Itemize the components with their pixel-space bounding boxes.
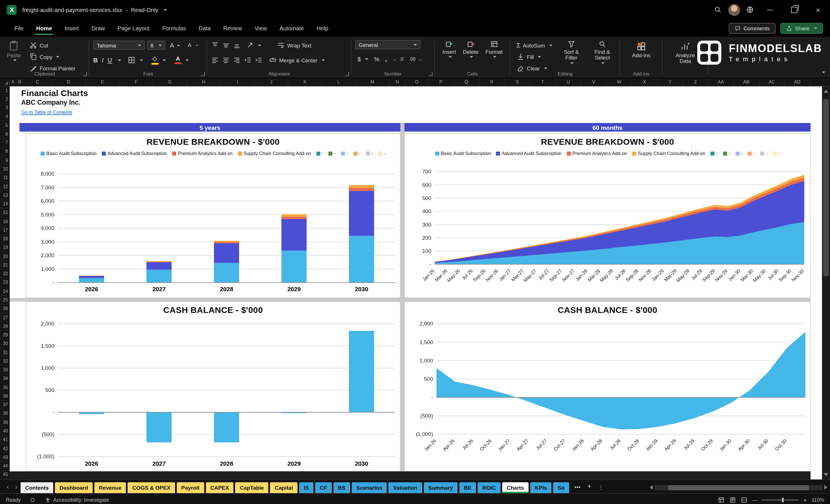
sheet-nav-left-button[interactable]: ‹ <box>3 483 12 493</box>
column-header-S[interactable]: S <box>505 78 530 86</box>
column-header-AA[interactable]: AA <box>708 78 734 86</box>
sheet-tab-cogs-opex[interactable]: COGS & OPEX <box>128 482 175 493</box>
vertical-scrollbar-thumb[interactable] <box>823 99 829 276</box>
table-of-contents-link[interactable]: Go to Table of Contents <box>21 109 72 115</box>
row-header-15[interactable]: 15 <box>0 209 10 217</box>
sheet-tab-summary[interactable]: Summary <box>423 482 458 493</box>
sheet-tab-roic[interactable]: ROIC <box>478 482 501 493</box>
row-header-17[interactable]: 17 <box>0 226 10 235</box>
menu-tab-formulas[interactable]: Formulas <box>156 20 192 37</box>
format-cells-button[interactable]: Format <box>482 39 505 59</box>
column-header-AD[interactable]: AD <box>785 78 810 86</box>
column-header-M[interactable]: M <box>356 78 389 86</box>
underline-button[interactable]: U <box>107 57 112 63</box>
row-header-5[interactable]: 5 <box>0 121 10 130</box>
decrease-indent-button[interactable] <box>244 56 252 64</box>
align-right-button[interactable] <box>233 56 241 64</box>
sheet-tab-charts[interactable]: Charts <box>502 482 529 493</box>
share-button[interactable]: Share <box>780 23 823 33</box>
orientation-button[interactable] <box>244 40 264 50</box>
row-header-42[interactable]: 42 <box>0 444 10 453</box>
sheet-tab-revenue[interactable]: Revenue <box>94 482 126 493</box>
column-header-B[interactable]: B <box>17 78 24 86</box>
row-header-38[interactable]: 38 <box>0 410 10 418</box>
column-header-N[interactable]: N <box>389 78 406 86</box>
row-header-41[interactable]: 41 <box>0 436 10 444</box>
sort-filter-button[interactable]: Sort & Filter <box>557 39 586 73</box>
menu-tab-data[interactable]: Data <box>192 20 217 37</box>
align-center-button[interactable] <box>222 56 230 64</box>
row-header-7[interactable]: 7 <box>0 139 10 148</box>
company-name-cell[interactable]: ABC Company Inc. <box>21 99 81 106</box>
select-all-corner[interactable] <box>0 78 10 86</box>
search-button[interactable] <box>710 0 726 20</box>
font-size-select[interactable]: 8 <box>147 41 165 50</box>
column-header-Y[interactable]: Y <box>658 78 683 86</box>
sheet-tab-payroll[interactable]: Payroll <box>177 482 204 493</box>
sheet-tab-scenarios[interactable]: Scenarios <box>352 482 387 493</box>
accessibility-status[interactable]: Accessibility: Investigate <box>44 497 109 503</box>
column-header-O[interactable]: O <box>406 78 428 86</box>
zoom-level[interactable]: 110% <box>811 497 824 503</box>
sheet-tab-be[interactable]: BE <box>459 482 476 493</box>
align-middle-button[interactable] <box>222 41 230 49</box>
row-header-25[interactable]: 25 <box>0 296 10 305</box>
row-header-33[interactable]: 33 <box>0 366 10 375</box>
column-header-E[interactable]: E <box>86 78 120 86</box>
sheet-tab-is[interactable]: IS <box>299 482 314 493</box>
increase-decimal-button[interactable]: ←.0 <box>390 54 406 64</box>
row-header-4[interactable]: 4 <box>0 113 10 122</box>
menu-tab-help[interactable]: Help <box>310 20 334 37</box>
column-header-U[interactable]: U <box>556 78 581 86</box>
chart-revenue-breakdown-5y[interactable]: REVENUE BREAKDOWN - $'000 Basic Audit Su… <box>26 133 401 298</box>
menu-tab-insert[interactable]: Insert <box>58 20 85 37</box>
merge-center-button[interactable]: Merge & Center <box>266 55 327 65</box>
scroll-up-icon[interactable] <box>824 90 828 93</box>
column-header-J[interactable]: J <box>255 78 288 86</box>
column-header-W[interactable]: W <box>607 78 632 86</box>
sheet-tab-capital[interactable]: Capital <box>270 482 297 493</box>
sheet-tab-contents[interactable]: Contents <box>21 482 53 493</box>
find-select-button[interactable]: Find & Select <box>588 39 617 73</box>
autosum-button[interactable]: Σ AutoSum <box>514 40 555 50</box>
sheet-nav-right-button[interactable]: › <box>12 483 21 493</box>
row-header-36[interactable]: 36 <box>0 392 10 401</box>
collapse-ribbon-button[interactable] <box>820 65 825 75</box>
percent-button[interactable]: % <box>372 54 382 64</box>
row-header-34[interactable]: 34 <box>0 375 10 384</box>
sheet-tab-bs[interactable]: BS <box>333 482 350 493</box>
column-header-G[interactable]: G <box>153 78 187 86</box>
row-header-35[interactable]: 35 <box>0 383 10 392</box>
cut-button[interactable]: Cut <box>27 40 78 50</box>
row-header-28[interactable]: 28 <box>0 322 10 331</box>
menu-tab-file[interactable]: File <box>8 20 30 37</box>
document-title[interactable]: freight-audit-and-payment-services.xlsx … <box>22 7 167 13</box>
row-header-2[interactable]: 2 <box>0 95 10 104</box>
row-header-19[interactable]: 19 <box>0 244 10 253</box>
column-header-AB[interactable]: AB <box>734 78 759 86</box>
column-header-I[interactable]: I <box>221 78 255 86</box>
column-header-X[interactable]: X <box>632 78 658 86</box>
number-format-select[interactable]: General <box>355 40 420 49</box>
column-header-Z[interactable]: Z <box>683 78 708 86</box>
horizontal-scrollbar[interactable] <box>650 484 827 491</box>
page-layout-view-button[interactable] <box>729 497 736 503</box>
row-header-12[interactable]: 12 <box>0 183 10 191</box>
sheet-tab-cf[interactable]: CF <box>315 482 331 493</box>
fill-button[interactable]: Fill <box>514 52 555 62</box>
sheet-menu-button[interactable]: ⋮ <box>595 484 607 493</box>
scroll-left-icon[interactable] <box>650 485 653 490</box>
column-header-AC[interactable]: AC <box>759 78 785 86</box>
paste-button[interactable]: Paste <box>4 39 24 73</box>
sheet-tab-so[interactable]: So <box>553 482 569 493</box>
menu-tab-view[interactable]: View <box>248 20 273 37</box>
scroll-right-icon[interactable] <box>824 485 827 490</box>
column-header-Q[interactable]: Q <box>454 78 479 86</box>
clipboard-dialog-launcher[interactable] <box>83 72 87 76</box>
chart-revenue-breakdown-60m[interactable]: REVENUE BREAKDOWN - $'000 Basic Audit Su… <box>405 133 810 298</box>
font-name-select[interactable]: Tahoma <box>93 41 145 50</box>
column-header-R[interactable]: R <box>479 78 505 86</box>
row-header-29[interactable]: 29 <box>0 331 10 340</box>
network-button[interactable] <box>742 0 758 20</box>
row-header-1[interactable]: 1 <box>0 86 10 95</box>
